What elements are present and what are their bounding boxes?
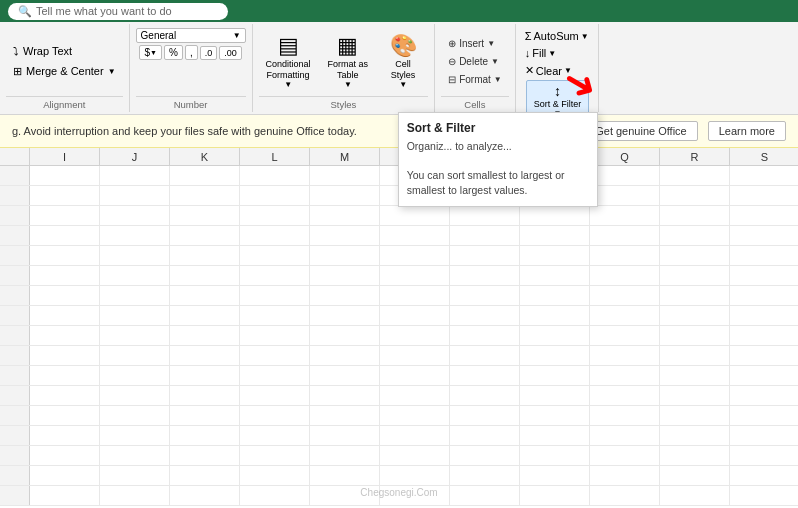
table-cell[interactable] [380,486,450,505]
table-cell[interactable] [170,326,240,345]
table-cell[interactable] [590,206,660,225]
table-cell[interactable] [240,486,310,505]
table-cell[interactable] [660,346,730,365]
table-cell[interactable] [100,446,170,465]
table-cell[interactable] [380,266,450,285]
merge-center-button[interactable]: ⊞ Merge & Center ▼ [6,62,123,81]
table-cell[interactable] [380,206,450,225]
table-cell[interactable] [170,206,240,225]
table-cell[interactable] [730,366,798,385]
table-cell[interactable] [30,366,100,385]
increase-decimal-button[interactable]: .0 [200,46,218,60]
table-cell[interactable] [170,486,240,505]
table-cell[interactable] [450,226,520,245]
table-cell[interactable] [170,446,240,465]
table-cell[interactable] [170,386,240,405]
table-cell[interactable] [240,246,310,265]
table-cell[interactable] [450,426,520,445]
table-cell[interactable] [590,446,660,465]
table-cell[interactable] [590,426,660,445]
table-cell[interactable] [240,326,310,345]
table-cell[interactable] [170,166,240,185]
table-cell[interactable] [170,426,240,445]
number-format-dropdown[interactable]: General ▼ [136,28,246,43]
table-cell[interactable] [520,366,590,385]
table-cell[interactable] [660,166,730,185]
table-cell[interactable] [450,306,520,325]
learn-more-button[interactable]: Learn more [708,121,786,141]
decrease-decimal-button[interactable]: .00 [219,46,242,60]
table-cell[interactable] [660,486,730,505]
table-cell[interactable] [730,466,798,485]
table-cell[interactable] [170,266,240,285]
table-cell[interactable] [520,486,590,505]
conditional-formatting-button[interactable]: ▤ ConditionalFormatting ▼ [259,31,318,91]
table-cell[interactable] [240,406,310,425]
table-cell[interactable] [660,306,730,325]
table-cell[interactable] [310,326,380,345]
table-cell[interactable] [450,486,520,505]
table-cell[interactable] [590,166,660,185]
table-cell[interactable] [100,226,170,245]
table-cell[interactable] [450,466,520,485]
table-cell[interactable] [100,206,170,225]
table-cell[interactable] [450,386,520,405]
table-cell[interactable] [730,246,798,265]
table-cell[interactable] [660,366,730,385]
table-cell[interactable] [380,386,450,405]
table-cell[interactable] [590,306,660,325]
table-cell[interactable] [100,166,170,185]
table-cell[interactable] [30,286,100,305]
table-cell[interactable] [100,466,170,485]
table-cell[interactable] [100,406,170,425]
table-cell[interactable] [170,406,240,425]
table-cell[interactable] [590,366,660,385]
table-cell[interactable] [660,446,730,465]
table-cell[interactable] [30,186,100,205]
table-cell[interactable] [520,426,590,445]
table-cell[interactable] [520,446,590,465]
table-cell[interactable] [590,186,660,205]
table-cell[interactable] [590,406,660,425]
table-cell[interactable] [240,286,310,305]
table-cell[interactable] [310,266,380,285]
table-cell[interactable] [590,246,660,265]
table-cell[interactable] [170,226,240,245]
autosum-button[interactable]: Σ AutoSum ▼ [522,28,592,44]
table-cell[interactable] [380,426,450,445]
table-cell[interactable] [240,166,310,185]
table-cell[interactable] [30,326,100,345]
table-cell[interactable] [310,186,380,205]
table-cell[interactable] [100,366,170,385]
table-cell[interactable] [660,426,730,445]
table-cell[interactable] [450,446,520,465]
table-cell[interactable] [240,426,310,445]
table-cell[interactable] [30,346,100,365]
table-cell[interactable] [590,486,660,505]
table-cell[interactable] [450,346,520,365]
table-cell[interactable] [30,166,100,185]
table-cell[interactable] [30,426,100,445]
table-cell[interactable] [240,186,310,205]
table-cell[interactable] [240,206,310,225]
table-cell[interactable] [520,206,590,225]
table-cell[interactable] [310,426,380,445]
table-cell[interactable] [730,206,798,225]
table-cell[interactable] [170,346,240,365]
table-cell[interactable] [240,306,310,325]
table-cell[interactable] [450,326,520,345]
table-cell[interactable] [590,346,660,365]
format-as-table-button[interactable]: ▦ Format asTable ▼ [321,31,376,91]
table-cell[interactable] [30,466,100,485]
table-cell[interactable] [310,226,380,245]
table-cell[interactable] [730,306,798,325]
table-cell[interactable] [170,366,240,385]
table-cell[interactable] [30,386,100,405]
table-cell[interactable] [520,246,590,265]
table-cell[interactable] [660,406,730,425]
table-cell[interactable] [380,406,450,425]
table-cell[interactable] [730,286,798,305]
percent-button[interactable]: % [164,45,183,60]
table-cell[interactable] [520,346,590,365]
table-cell[interactable] [520,466,590,485]
